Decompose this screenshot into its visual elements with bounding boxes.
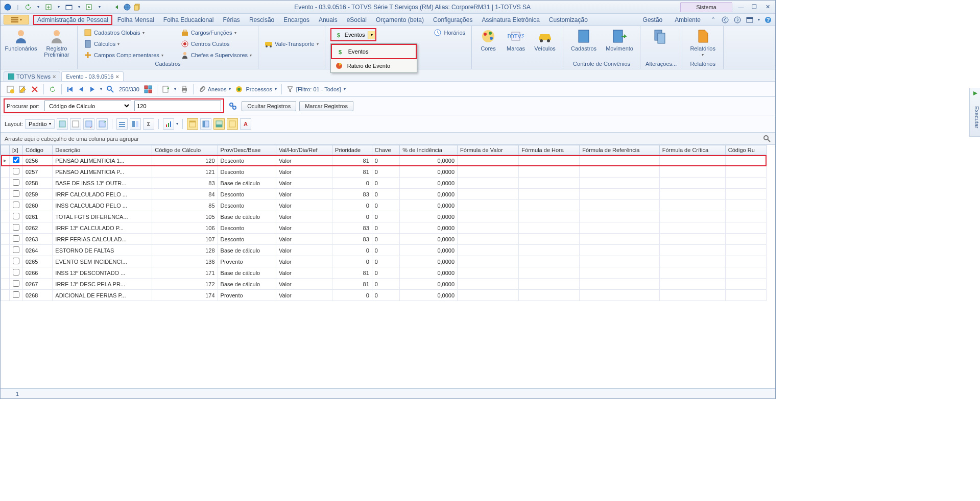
- file-orb-button[interactable]: ▾: [4, 15, 29, 24]
- menu-esocial[interactable]: eSocial: [343, 15, 371, 25]
- qat-globe-icon[interactable]: [123, 3, 131, 11]
- table-row[interactable]: 0262IRRF 13º CALCULADO P...106DescontoVa…: [1, 222, 767, 234]
- row-checkbox-cell[interactable]: [10, 279, 23, 290]
- menu-ferias[interactable]: Férias: [219, 15, 244, 25]
- layout-chart-dd[interactable]: ▾: [176, 121, 178, 126]
- menu-orcamento[interactable]: Orçamento (beta): [372, 15, 428, 25]
- maximize-button[interactable]: ❐: [750, 4, 759, 11]
- tb-goto-icon[interactable]: ▾: [99, 86, 104, 92]
- ribbon-registro-preliminar[interactable]: Registro Preliminar: [41, 28, 72, 58]
- ribbon-vale-transporte[interactable]: Vale-Transporte▾: [264, 39, 320, 48]
- row-checkbox-cell[interactable]: [10, 189, 23, 200]
- search-exec-icon[interactable]: [227, 101, 238, 111]
- ribbon-relatorios[interactable]: Relatórios▾: [687, 28, 718, 57]
- row-checkbox-cell[interactable]: [10, 155, 23, 166]
- row-checkbox-cell[interactable]: [10, 178, 23, 189]
- menu-gestao[interactable]: Gestão: [639, 15, 667, 25]
- ribbon-cadastros-globais[interactable]: Cadastros Globais▾: [83, 28, 164, 37]
- tb-filter-label[interactable]: [Filtro: 01 - Todos]: [296, 86, 341, 92]
- grid-header-col-1[interactable]: Código: [23, 145, 53, 155]
- qat-dd3-icon[interactable]: ▾: [75, 3, 83, 11]
- row-checkbox[interactable]: [13, 291, 19, 298]
- grid-header-col-3[interactable]: Código de Cálculo: [152, 145, 218, 155]
- tb-selectall-icon[interactable]: [142, 84, 154, 94]
- row-checkbox[interactable]: [13, 202, 19, 208]
- search-in-grid-icon[interactable]: [763, 135, 771, 143]
- qat-win-icon[interactable]: [65, 3, 73, 11]
- layout-view-2[interactable]: [200, 118, 211, 130]
- qat-copy-icon[interactable]: [133, 3, 141, 11]
- ribbon-campos-complementares[interactable]: Campos Complementares▾: [83, 51, 164, 60]
- qat-dd2-icon[interactable]: ▾: [55, 3, 63, 11]
- layout-btn-3[interactable]: [83, 118, 94, 130]
- eventos-dropdown-arrow[interactable]: ▾: [368, 31, 375, 39]
- ocultar-registros-button[interactable]: Ocultar Registros: [242, 101, 296, 111]
- popup-eventos[interactable]: $Eventos: [331, 44, 417, 59]
- window-list-dd[interactable]: ▾: [758, 17, 760, 22]
- group-by-bar[interactable]: Arraste aqui o cabeçalho de uma coluna p…: [1, 133, 775, 145]
- layout-view-1[interactable]: [187, 118, 198, 130]
- close-window-button[interactable]: ✕: [763, 4, 772, 11]
- nav-back-icon[interactable]: [721, 16, 729, 24]
- row-checkbox-cell[interactable]: [10, 290, 23, 301]
- tb-anexos-label[interactable]: Anexos: [208, 86, 227, 92]
- side-executar-panel[interactable]: Executar: [969, 88, 980, 137]
- tb-next-icon[interactable]: [87, 85, 98, 94]
- menu-folha-mensal[interactable]: Folha Mensal: [113, 15, 158, 25]
- layout-padrao-button[interactable]: Padrão▾: [25, 119, 54, 129]
- layout-btn-5[interactable]: [116, 118, 128, 130]
- tb-processos-label[interactable]: Processos: [246, 86, 272, 92]
- layout-view-4[interactable]: [227, 118, 238, 130]
- row-checkbox[interactable]: [13, 269, 19, 275]
- row-checkbox[interactable]: [13, 246, 19, 253]
- close-tab-icon[interactable]: ×: [115, 73, 118, 80]
- ribbon-calculos[interactable]: Cálculos▾: [83, 39, 164, 48]
- layout-btn-4[interactable]: [97, 118, 108, 130]
- table-row[interactable]: 0263IRRF FERIAS CALCULAD...107DescontoVa…: [1, 234, 767, 245]
- qat-play-icon[interactable]: [85, 3, 93, 11]
- row-checkbox-cell[interactable]: [10, 211, 23, 222]
- tb-print-icon[interactable]: [179, 84, 190, 94]
- ribbon-eventos-split-button[interactable]: $Eventos ▾: [330, 28, 377, 41]
- data-grid[interactable]: [x]CódigoDescriçãoCódigo de CálculoProv/…: [1, 145, 775, 388]
- ribbon-funcionarios[interactable]: Funcionários: [6, 28, 36, 52]
- tb-export-icon[interactable]: [160, 84, 172, 94]
- window-list-icon[interactable]: [746, 16, 754, 24]
- row-checkbox[interactable]: [13, 280, 19, 287]
- tb-new-icon[interactable]: [5, 84, 16, 94]
- tab-totvs-news[interactable]: TOTVS News×: [4, 71, 60, 81]
- menu-ambiente[interactable]: Ambiente: [671, 15, 705, 25]
- ribbon-marcas[interactable]: TOTVSMarcas: [505, 28, 527, 52]
- layout-chart-icon[interactable]: [163, 118, 174, 130]
- table-row[interactable]: 0260INSS CALCULADO PELO ...85DescontoVal…: [1, 200, 767, 211]
- ribbon-veiculos[interactable]: Veículos: [532, 28, 558, 52]
- tb-find-icon[interactable]: [105, 84, 116, 94]
- menu-anuais[interactable]: Anuais: [315, 15, 342, 25]
- table-row[interactable]: 0267IRRF 13º DESC PELA PR...172Base de c…: [1, 279, 767, 290]
- tb-edit-icon[interactable]: [17, 84, 28, 94]
- menu-configuracoes[interactable]: Configurações: [429, 15, 476, 25]
- row-checkbox-cell[interactable]: [10, 245, 23, 256]
- close-tab-icon[interactable]: ×: [53, 73, 56, 80]
- grid-header-col-2[interactable]: Descrição: [53, 145, 152, 155]
- table-row[interactable]: 0258BASE DE INSS 13º OUTR...83Base de cá…: [1, 178, 767, 189]
- layout-btn-1[interactable]: [57, 118, 68, 130]
- table-row[interactable]: 0264ESTORNO DE FALTAS128Base de cálculoV…: [1, 245, 767, 256]
- grid-header-col-7[interactable]: Chave: [372, 145, 399, 155]
- menu-customizacao[interactable]: Customização: [545, 15, 592, 25]
- ribbon-centros-custos[interactable]: Centros Custos: [180, 39, 253, 48]
- help-icon[interactable]: ?: [764, 16, 772, 24]
- menu-encargos[interactable]: Encargos: [279, 15, 314, 25]
- qat-new-icon[interactable]: [44, 3, 53, 11]
- layout-view-3[interactable]: [213, 118, 225, 130]
- row-checkbox[interactable]: [13, 168, 19, 174]
- tb-processos-dd[interactable]: ▾: [273, 86, 278, 92]
- menu-folha-educacional[interactable]: Folha Educacional: [159, 15, 218, 25]
- grid-header-col-8[interactable]: % de Incidência: [400, 145, 458, 155]
- grid-header-col-4[interactable]: Prov/Desc/Base: [218, 145, 276, 155]
- row-checkbox-cell[interactable]: [10, 267, 23, 279]
- popup-rateio[interactable]: Rateio de Evento: [331, 59, 417, 72]
- layout-btn-2[interactable]: [70, 118, 81, 130]
- marcar-registros-button[interactable]: Marcar Registros: [299, 101, 353, 111]
- tb-delete-icon[interactable]: [29, 84, 40, 94]
